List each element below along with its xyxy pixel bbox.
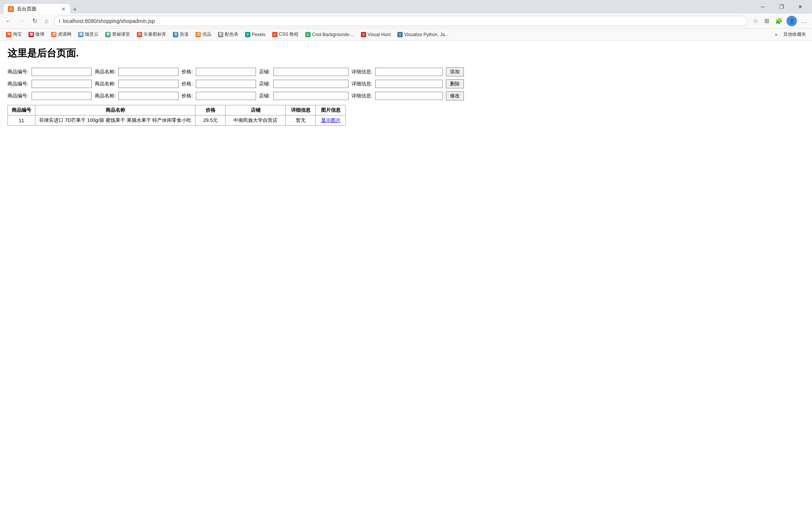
bookmark-taobao[interactable]: 淘 淘宝 bbox=[3, 30, 25, 38]
bookmark-wudao[interactable]: 吾 吾道 bbox=[170, 30, 192, 38]
tab-close-button[interactable]: ✕ bbox=[61, 6, 66, 12]
bookmark-label: 配色表 bbox=[225, 31, 238, 38]
bookmark-label: Visual Hunt bbox=[368, 32, 391, 37]
row-id: 11 bbox=[8, 115, 35, 126]
extensions-button[interactable]: 🧩 bbox=[773, 16, 785, 26]
page-title: 这里是后台页面. bbox=[8, 47, 804, 60]
col-header-shop: 店铺 bbox=[226, 105, 286, 115]
minimize-button[interactable]: ─ bbox=[754, 0, 771, 14]
forward-button[interactable]: → bbox=[17, 16, 27, 26]
mod-detail-input[interactable] bbox=[375, 92, 443, 100]
bookmark-coolbg[interactable]: C Cool Backgrounds-... bbox=[302, 31, 357, 38]
del-detail-label: 详细信息: bbox=[351, 80, 373, 87]
back-button[interactable]: ← bbox=[3, 16, 14, 26]
bookmark-label: 其他收藏夹 bbox=[783, 31, 806, 38]
window-controls: ─ ❐ ✕ bbox=[754, 0, 809, 14]
wudao-favicon: 吾 bbox=[173, 32, 178, 37]
bookmark-label: Visualize Python, Ja... bbox=[404, 32, 448, 37]
bookmark-qingjiao[interactable]: 青 青椒课堂 bbox=[102, 30, 133, 38]
del-detail-input[interactable] bbox=[375, 80, 443, 88]
bookmark-label: 优品 bbox=[202, 31, 211, 38]
add-name-label: 商品名称: bbox=[95, 68, 116, 75]
bookmark-huke[interactable]: 虎 虎课网 bbox=[48, 30, 74, 38]
table-row: 11 菲律宾进口 7D芒果干 100g/袋 蜜饯果干 果脯水果干 特产休闲零食小… bbox=[8, 115, 346, 126]
profile-avatar[interactable]: 👤 bbox=[786, 16, 797, 26]
bookmark-label: 吾道 bbox=[180, 31, 189, 38]
suiyiyun-favicon: 随 bbox=[78, 32, 83, 37]
bookmark-label: 矢量图标库 bbox=[144, 31, 166, 38]
delete-form-row: 商品编号: 商品名称: 价格: 店铺: 详细信息: 删除 bbox=[8, 79, 804, 88]
close-button[interactable]: ✕ bbox=[792, 0, 809, 14]
bookmark-suiyiyun[interactable]: 随 随意云 bbox=[75, 30, 102, 38]
tab-bar: 后 后台页面 ✕ + bbox=[3, 0, 753, 14]
row-img[interactable]: 显示图片 bbox=[316, 115, 346, 126]
bookmarks-more-button[interactable]: » bbox=[773, 31, 780, 38]
del-shop-input[interactable] bbox=[273, 80, 348, 88]
bookmark-label: 虎课网 bbox=[58, 31, 71, 38]
vector-favicon: 矢 bbox=[137, 32, 142, 37]
del-id-input[interactable] bbox=[32, 80, 92, 88]
favorites-button[interactable]: ☆ bbox=[751, 16, 760, 26]
youpin-favicon: 优 bbox=[195, 32, 201, 37]
bookmark-visualize[interactable]: V Visualize Python, Ja... bbox=[394, 31, 451, 38]
active-tab[interactable]: 后 后台页面 ✕ bbox=[3, 3, 71, 14]
del-price-input[interactable] bbox=[196, 80, 256, 88]
palette-favicon: 配 bbox=[218, 32, 223, 37]
col-header-price: 价格 bbox=[195, 105, 226, 115]
del-name-input[interactable] bbox=[118, 80, 179, 88]
del-shop-label: 店铺: bbox=[259, 80, 270, 87]
more-options-button[interactable]: … bbox=[798, 16, 809, 26]
address-input[interactable] bbox=[63, 18, 743, 24]
mod-detail-label: 详细信息: bbox=[351, 93, 373, 99]
mod-id-input[interactable] bbox=[32, 92, 92, 100]
mod-name-input[interactable] bbox=[118, 92, 179, 100]
bookmark-weibo[interactable]: 微 微博 bbox=[26, 30, 47, 38]
bookmark-label: Pexels bbox=[252, 32, 265, 37]
col-header-name: 商品名称 bbox=[35, 105, 195, 115]
css-favicon: C bbox=[272, 32, 277, 37]
address-bar[interactable]: ℹ bbox=[54, 16, 748, 26]
add-name-input[interactable] bbox=[118, 68, 179, 76]
bookmark-visualhunt[interactable]: V Visual Hunt bbox=[358, 31, 394, 38]
add-button[interactable]: 添加 bbox=[446, 67, 464, 76]
show-image-link[interactable]: 显示图片 bbox=[321, 117, 341, 123]
del-price-label: 价格: bbox=[182, 80, 193, 87]
add-price-input[interactable] bbox=[196, 68, 256, 76]
del-id-label: 商品编号: bbox=[8, 80, 29, 87]
nav-actions: ☆ ⊞ 🧩 👤 … bbox=[751, 16, 809, 26]
add-shop-input[interactable] bbox=[273, 68, 348, 76]
add-id-input[interactable] bbox=[32, 68, 92, 76]
mod-shop-input[interactable] bbox=[273, 92, 348, 100]
restore-button[interactable]: ❐ bbox=[773, 0, 790, 14]
mod-shop-label: 店铺: bbox=[259, 93, 270, 99]
add-id-label: 商品编号: bbox=[8, 68, 29, 75]
title-bar: 后 后台页面 ✕ + ─ ❐ ✕ bbox=[0, 0, 812, 14]
home-button[interactable]: ⌂ bbox=[42, 16, 51, 26]
bookmark-pexels[interactable]: P Pexels bbox=[242, 31, 268, 38]
add-form-row: 商品编号: 商品名称: 价格: 店铺: 详细信息: 添加 bbox=[8, 67, 804, 76]
other-bookmarks[interactable]: 其他收藏夹 bbox=[780, 30, 809, 38]
new-tab-button[interactable]: + bbox=[71, 6, 79, 14]
modify-button[interactable]: 修改 bbox=[446, 91, 464, 100]
add-detail-input[interactable] bbox=[375, 68, 443, 76]
collections-button[interactable]: ⊞ bbox=[762, 16, 771, 26]
delete-button[interactable]: 删除 bbox=[446, 79, 464, 88]
mod-name-label: 商品名称: bbox=[95, 93, 116, 99]
page-content: 这里是后台页面. 商品编号: 商品名称: 价格: 店铺: 详细信息: 添加 商品… bbox=[0, 41, 812, 132]
bookmark-css[interactable]: C CSS 教程 bbox=[269, 30, 301, 38]
browser-frame: 后 后台页面 ✕ + ─ ❐ ✕ ← → ↻ ⌂ ℹ ☆ ⊞ 🧩 👤 … bbox=[0, 0, 812, 41]
pexels-favicon: P bbox=[245, 32, 250, 37]
add-detail-label: 详细信息: bbox=[351, 68, 373, 75]
bookmark-vector[interactable]: 矢 矢量图标库 bbox=[134, 30, 169, 38]
refresh-button[interactable]: ↻ bbox=[30, 16, 39, 26]
visualhunt-favicon: V bbox=[361, 32, 366, 37]
product-table: 商品编号 商品名称 价格 店铺 详细信息 图片信息 11 菲律宾进口 7D芒果干… bbox=[8, 105, 346, 126]
bookmark-label: CSS 教程 bbox=[279, 31, 298, 38]
bookmark-label: 淘宝 bbox=[13, 31, 22, 38]
bookmarks-bar: 淘 淘宝 微 微博 虎 虎课网 随 随意云 青 青椒课堂 矢 矢量图标库 吾 吾… bbox=[0, 29, 812, 41]
bookmark-label: 青椒课堂 bbox=[112, 31, 130, 38]
mod-price-input[interactable] bbox=[196, 92, 256, 100]
bookmark-palette[interactable]: 配 配色表 bbox=[215, 30, 241, 38]
huke-favicon: 虎 bbox=[51, 32, 56, 37]
bookmark-youpin[interactable]: 优 优品 bbox=[192, 30, 214, 38]
